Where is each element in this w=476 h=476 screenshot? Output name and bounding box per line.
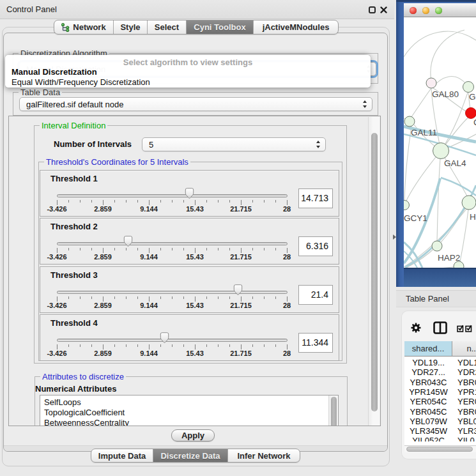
- network-node-gal80[interactable]: [426, 78, 436, 88]
- slider-thumb[interactable]: [185, 188, 194, 200]
- slider-track[interactable]: [57, 339, 288, 342]
- network-node-gal4[interactable]: [433, 143, 449, 159]
- slider-tick: [275, 200, 276, 203]
- list-scrollbar-track[interactable]: [328, 395, 338, 426]
- threshold-value-field[interactable]: 6.316: [298, 236, 333, 256]
- attribute-list-item[interactable]: BetweennessCentrality: [44, 418, 129, 426]
- table-cell[interactable]: YDR2: [452, 367, 476, 377]
- slider-tick-label: 21.715: [223, 349, 259, 357]
- numerical-attributes-label: Numerical Attributes: [35, 384, 116, 394]
- slider-tick: [172, 200, 173, 203]
- slider-track[interactable]: [57, 194, 288, 197]
- control-panel-title: Control Panel: [6, 0, 57, 19]
- popup-item-equal-width[interactable]: Equal Width/Frequency Discretization: [12, 77, 150, 87]
- close-traffic-light[interactable]: [410, 7, 417, 14]
- network-node-gal11[interactable]: [404, 116, 415, 127]
- table-column-header[interactable]: n...: [452, 341, 476, 357]
- network-node[interactable]: [463, 82, 474, 93]
- settings-scrollbar-track[interactable]: [368, 117, 380, 426]
- cytoscape-app: Control Panel NetworkStyleSelectCyni Too…: [0, 0, 476, 476]
- tab-jactivemnodules[interactable]: jActiveMNodules: [254, 20, 338, 34]
- table-cell[interactable]: YBL0: [452, 417, 476, 426]
- numerical-attributes-list[interactable]: SelfLoopsTopologicalCoefficientBetweenne…: [40, 395, 339, 426]
- table-cell[interactable]: YER0: [452, 397, 476, 406]
- tab-discretize-data[interactable]: Discretize Data: [153, 449, 228, 462]
- slider-tick: [68, 200, 69, 203]
- slider-track[interactable]: [57, 242, 288, 245]
- node-table[interactable]: n...shared... YDL19...YDL1YDR27...YDR2YB…: [404, 341, 476, 452]
- number-of-intervals-combobox[interactable]: 5: [142, 137, 326, 151]
- slider-tick: [160, 248, 161, 250]
- slider-tick: [68, 344, 69, 347]
- apply-button[interactable]: Apply: [171, 429, 215, 441]
- combobox-arrows-icon: [316, 141, 321, 149]
- table-cell[interactable]: YLR3: [452, 426, 476, 436]
- float-window-icon[interactable]: [369, 6, 376, 13]
- slider-tick: [57, 200, 58, 205]
- table-settings-gear-icon[interactable]: [411, 323, 421, 333]
- table-cell[interactable]: YDR27...: [404, 367, 452, 377]
- slider-tick: [80, 248, 81, 250]
- table-column-header[interactable]: shared...: [404, 341, 452, 357]
- control-panel-titlebar: [0, 0, 394, 19]
- slider-tick-label: 9.144: [131, 253, 167, 261]
- table-cell[interactable]: YBR0: [452, 407, 476, 417]
- network-node[interactable]: [466, 108, 476, 119]
- network-node-h[interactable]: [462, 196, 476, 210]
- slider-tick: [91, 296, 92, 299]
- table-cell[interactable]: YPR1: [452, 387, 476, 397]
- slider-tick: [195, 344, 196, 349]
- table-cell[interactable]: YBR0: [452, 378, 476, 387]
- threshold-label: Threshold 3: [50, 270, 98, 280]
- interval-definition-group-title: Interval Definition: [40, 121, 107, 130]
- slider-thumb[interactable]: [123, 236, 133, 248]
- settings-scrollpane: Interval Definition Number of Intervals …: [8, 116, 381, 426]
- minimize-traffic-light[interactable]: [422, 7, 429, 14]
- tab-impute-data[interactable]: Impute Data: [91, 449, 153, 462]
- zoom-traffic-light[interactable]: [435, 7, 442, 14]
- table-hscrollbar-track[interactable]: [404, 445, 476, 452]
- tab-network[interactable]: Network: [54, 20, 114, 34]
- select-all-checkboxes-icon[interactable]: [457, 325, 474, 332]
- table-cell[interactable]: YDL1: [452, 358, 476, 367]
- table-hscrollbar-thumb[interactable]: [406, 447, 473, 452]
- table-cell[interactable]: YDL19...: [404, 358, 452, 367]
- slider-tick: [80, 296, 81, 299]
- popup-item-manual-discretization[interactable]: Manual Discretization: [12, 67, 97, 77]
- threshold-value-field[interactable]: 11.344: [298, 333, 333, 353]
- tab-infer-network[interactable]: Infer Network: [228, 449, 300, 462]
- slider-track[interactable]: [57, 291, 288, 294]
- slider-thumb[interactable]: [233, 284, 243, 296]
- table-cell[interactable]: YPR145W: [404, 387, 452, 397]
- table-cell[interactable]: YER054C: [404, 397, 452, 406]
- network-node-gcy1[interactable]: [404, 201, 410, 210]
- threshold-label: Threshold 4: [50, 318, 98, 328]
- table-cell[interactable]: YBR043C: [404, 378, 452, 387]
- slider-tick-label: 2.859: [85, 302, 121, 309]
- table-cell[interactable]: YBR045C: [404, 407, 452, 417]
- slider-thumb[interactable]: [160, 332, 169, 344]
- number-of-intervals-value: 5: [149, 138, 310, 151]
- attribute-list-item[interactable]: SelfLoops: [44, 397, 81, 408]
- slider-tick: [103, 296, 104, 302]
- tab-cyni-toolbox[interactable]: Cyni Toolbox: [187, 20, 254, 34]
- list-scrollbar-thumb[interactable]: [331, 397, 337, 426]
- table-cell[interactable]: YBL079W: [404, 417, 452, 426]
- slider-tick-label: -3.426: [39, 253, 75, 261]
- threshold-coordinates-group-title: Threshold's Coordinates for 5 Intervals: [44, 157, 190, 167]
- threshold-value-field[interactable]: 14.713: [298, 188, 333, 208]
- tab-label: Style: [120, 22, 140, 32]
- show-columns-icon[interactable]: [433, 321, 447, 334]
- settings-scrollbar-thumb[interactable]: [371, 133, 378, 411]
- tab-style[interactable]: Style: [114, 20, 148, 34]
- table-data-combobox[interactable]: galFiltered.sif default node: [19, 97, 372, 111]
- network-canvas[interactable]: GAL80G.CGAL11GAL4GCY1HHAP2: [404, 17, 476, 268]
- network-node-hap2[interactable]: [432, 241, 442, 251]
- threshold-value-field[interactable]: 21.4: [298, 285, 333, 305]
- attribute-list-item[interactable]: TopologicalCoefficient: [44, 408, 125, 418]
- close-icon[interactable]: [380, 6, 387, 13]
- table-cell[interactable]: YLR345W: [404, 426, 452, 436]
- slider-tick: [252, 248, 253, 250]
- tab-select[interactable]: Select: [148, 20, 187, 34]
- network-window-titlebar[interactable]: [404, 3, 476, 17]
